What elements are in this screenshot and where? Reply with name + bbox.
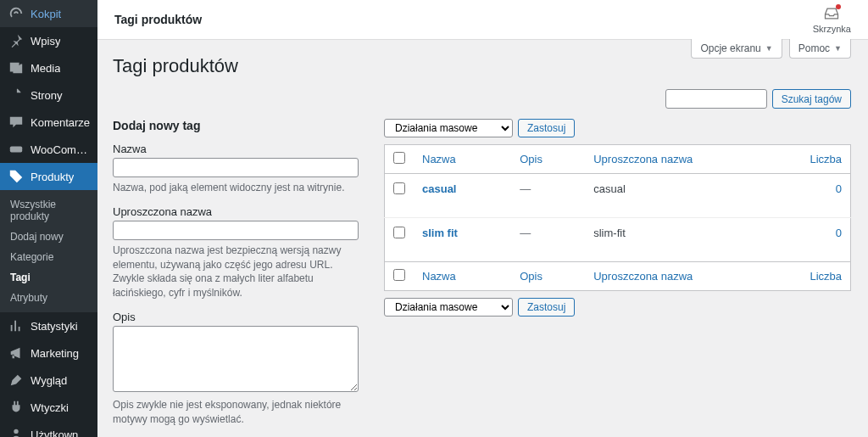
sidebar-item-komentarze[interactable]: Komentarze	[0, 109, 97, 136]
appearance-icon	[8, 373, 24, 388]
svg-rect-0	[10, 146, 22, 152]
tag-name-link[interactable]: casual	[422, 182, 456, 195]
submenu-item[interactable]: Dodaj nowy	[0, 227, 97, 247]
table-row: casual—casual0	[385, 174, 851, 218]
media-icon	[8, 60, 24, 76]
sidebar-item-uzytkownicy[interactable]: Użytkownicy	[0, 421, 97, 437]
sidebar-item-produkty[interactable]: Produkty	[0, 163, 97, 190]
col-desc-header[interactable]: Opis	[520, 153, 542, 165]
sidebar-label: WooCommerce	[31, 143, 91, 156]
sidebar-label: Wygląd	[31, 374, 67, 387]
woo-icon	[8, 142, 24, 157]
select-all-top[interactable]	[393, 152, 405, 164]
tag-count-link[interactable]: 0	[836, 227, 842, 239]
dashboard-icon	[8, 6, 24, 21]
tag-slug-label: Uproszczona nazwa	[113, 205, 359, 218]
tag-count-link[interactable]: 0	[836, 182, 842, 195]
sidebar-item-wpisy[interactable]: Wpisy	[0, 27, 97, 54]
sidebar-label: Wpisy	[31, 35, 60, 48]
bulk-actions-bottom[interactable]: Działania masowe	[384, 298, 513, 317]
comments-icon	[8, 115, 24, 130]
admin-sidebar: KokpitWpisyMediaStronyKomentarzeWooComme…	[0, 0, 97, 437]
sidebar-label: Użytkownicy	[31, 429, 91, 438]
submenu-item[interactable]: Tagi	[0, 267, 97, 288]
svg-point-1	[14, 429, 18, 434]
sidebar-label: Statystyki	[31, 320, 78, 333]
search-tags-button[interactable]: Szukaj tagów	[772, 89, 851, 109]
tag-name-label: Nazwa	[113, 143, 359, 155]
submenu-produkty: Wszystkie produktyDodaj nowyKategorieTag…	[0, 190, 97, 312]
tag-name-desc: Nazwa, pod jaką element widoczny jest na…	[113, 181, 359, 195]
pages-icon	[8, 87, 24, 103]
tag-desc-cell: —	[511, 218, 585, 262]
tags-table: Nazwa Opis Uproszczona nazwa Liczba casu…	[384, 144, 851, 291]
pin-icon	[8, 33, 24, 48]
tag-slug-input[interactable]	[113, 221, 359, 240]
product-icon	[8, 169, 24, 184]
col-count-header[interactable]: Liczba	[810, 153, 842, 165]
sidebar-item-media[interactable]: Media	[0, 54, 97, 81]
submenu-item[interactable]: Wszystkie produkty	[0, 194, 97, 227]
topbar-title: Tagi produktów	[114, 13, 202, 26]
help-toggle[interactable]: Pomoc▼	[789, 39, 851, 59]
sidebar-item-woocommerce[interactable]: WooCommerce	[0, 136, 97, 163]
sidebar-label: Wtyczki	[31, 401, 69, 414]
plugins-icon	[8, 400, 24, 415]
tag-desc-textarea[interactable]	[113, 326, 359, 392]
apply-bulk-top[interactable]: Zastosuj	[518, 119, 575, 137]
topbar: Tagi produktów Skrzynka	[97, 0, 868, 40]
col-count-footer[interactable]: Liczba	[810, 270, 842, 283]
inbox-label: Skrzynka	[813, 24, 851, 34]
tag-desc-cell: —	[511, 174, 585, 218]
col-slug-header[interactable]: Uproszczona nazwa	[593, 153, 693, 165]
inbox-button[interactable]: Skrzynka	[813, 5, 851, 34]
sidebar-label: Kokpit	[31, 8, 61, 20]
tag-name-link[interactable]: slim fit	[422, 227, 458, 239]
sidebar-item-kokpit[interactable]: Kokpit	[0, 0, 97, 27]
screen-options-toggle[interactable]: Opcje ekranu▼	[691, 39, 782, 59]
chevron-down-icon: ▼	[765, 44, 773, 53]
select-all-bottom[interactable]	[393, 269, 405, 281]
tag-slug-cell: casual	[585, 174, 801, 218]
tag-desc-desc: Opis zwykle nie jest eksponowany, jednak…	[113, 398, 359, 427]
col-slug-footer[interactable]: Uproszczona nazwa	[593, 270, 693, 283]
chevron-down-icon: ▼	[834, 44, 842, 53]
users-icon	[8, 427, 24, 437]
sidebar-label: Strony	[31, 89, 63, 102]
row-checkbox[interactable]	[393, 227, 405, 238]
tag-desc-label: Opis	[113, 311, 359, 323]
sidebar-item-wtyczki[interactable]: Wtyczki	[0, 394, 97, 421]
apply-bulk-bottom[interactable]: Zastosuj	[518, 298, 575, 317]
table-row: slim fit—slim-fit0	[385, 218, 851, 262]
sidebar-item-strony[interactable]: Strony	[0, 81, 97, 109]
bulk-actions-top[interactable]: Działania masowe	[384, 119, 513, 137]
submenu-item[interactable]: Kategorie	[0, 247, 97, 267]
tag-slug-cell: slim-fit	[585, 218, 801, 262]
tag-name-input[interactable]	[113, 158, 359, 177]
col-desc-footer[interactable]: Opis	[520, 270, 542, 283]
sidebar-item-marketing[interactable]: Marketing	[0, 339, 97, 367]
col-name-header[interactable]: Nazwa	[422, 153, 456, 165]
col-name-footer[interactable]: Nazwa	[422, 270, 456, 283]
sidebar-label: Produkty	[31, 171, 74, 183]
tag-search-input[interactable]	[665, 89, 767, 109]
submenu-item[interactable]: Atrybuty	[0, 288, 97, 308]
row-checkbox[interactable]	[393, 182, 405, 194]
sidebar-item-statystyki[interactable]: Statystyki	[0, 312, 97, 339]
sidebar-label: Komentarze	[31, 116, 90, 129]
sidebar-label: Marketing	[31, 347, 79, 360]
marketing-icon	[8, 345, 24, 361]
sidebar-label: Media	[31, 62, 60, 75]
tag-slug-desc: Uproszczona nazwa jest bezpieczną wersją…	[113, 244, 359, 300]
stats-icon	[8, 318, 24, 333]
add-new-tag-heading: Dodaj nowy tag	[113, 119, 359, 132]
inbox-icon	[823, 5, 840, 22]
sidebar-item-wyglad[interactable]: Wygląd	[0, 367, 97, 394]
